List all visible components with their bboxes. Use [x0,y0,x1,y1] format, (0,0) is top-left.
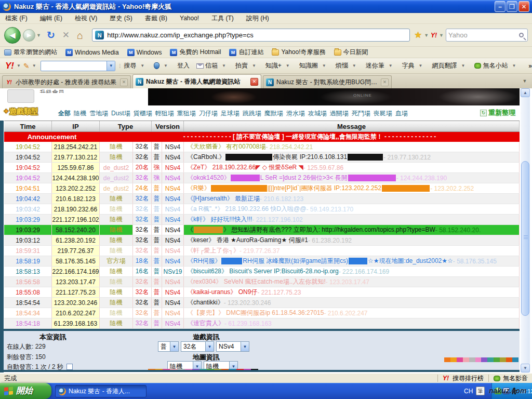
category-link[interactable]: 滑水場 [286,110,305,117]
palette-color[interactable] [512,357,518,362]
bookmark-item[interactable]: MWindows Media [65,49,119,56]
bookmark-item[interactable]: M免費的 Hotmail [170,48,221,57]
yahoo-toolbar-item[interactable]: 登入 [177,61,190,70]
bookmark-item[interactable]: 最常瀏覽的網站 [4,48,57,57]
category-link[interactable]: 死鬥場 [352,110,370,117]
browser-tab[interactable]: NNakuz 樂古 - 香港人氣網遊資訊站✕ [132,74,261,88]
scroll-down-button[interactable]: ▼ [521,364,530,373]
start-button[interactable]: 開始 [0,383,51,399]
minimize-button[interactable]: – [495,1,506,12]
palette-color[interactable] [444,357,450,362]
yahoo-toolbar-item[interactable]: 拍賣▼ [235,61,259,70]
bookmark-star-icon[interactable]: ★ [414,30,422,41]
menu-item[interactable]: 工具 (T) [211,14,234,23]
pencil-icon[interactable]: ✎ [23,62,30,70]
menu-item[interactable]: 檔案 (F) [5,14,28,23]
select-arrow-icon[interactable]: ▼ [241,342,249,351]
yahoo-rank-icon[interactable]: Y! [443,375,449,382]
mode-select[interactable]: 普▼ [158,341,179,352]
menu-item[interactable]: 檢視 (V) [75,14,97,23]
scroll-up-button[interactable]: ▲ [521,88,530,97]
category-link[interactable]: 魔獸場 [264,110,283,117]
refresh-button[interactable]: ↻ 重新整理 [480,108,515,117]
palette-color[interactable] [481,357,487,362]
category-link[interactable]: 貨櫃場 [134,110,152,117]
category-link[interactable]: 刀仔場 [199,110,218,117]
palette-color[interactable] [494,357,500,362]
dropdown-arrow-icon[interactable]: ▼ [461,63,465,68]
yahoo-toolbar-item[interactable]: 字典▼ [402,61,425,70]
ime-icon[interactable]: 筆 [476,387,485,395]
bookmark-item[interactable]: Yahoo!奇摩服務 [272,48,325,57]
bookmark-item[interactable]: 今日新聞 [334,48,368,57]
category-link[interactable]: 雪地場 [89,110,108,117]
dropdown-arrow-icon[interactable]: ▼ [140,63,144,68]
category-link[interactable]: 跳跳場 [243,110,261,117]
menu-item[interactable]: 說明 (H) [246,14,269,23]
tab-close-icon[interactable]: ✕ [250,78,258,86]
yahoo-toolbar-item[interactable]: 網頁翻譯▼ [432,61,468,70]
color-palette-strip-right[interactable] [444,357,518,362]
reload-button[interactable]: ↻ [47,30,55,40]
url-text[interactable]: http://www.nakuz.com/ip_exchange.php?typ… [107,31,253,39]
yahoo-toolbar-item[interactable]: ▼ [154,62,170,69]
count-select[interactable]: 32名▼ [181,341,214,352]
yahoo-toolbar-item[interactable]: 信箱▼ [196,61,229,70]
category-link[interactable]: Dust場 [111,110,130,117]
yahoo-toolbar-item[interactable]: 無名小站▼ [474,61,518,70]
dropdown-arrow-icon[interactable]: ▼ [322,63,326,68]
yahoo-toolbar-item[interactable]: 迷你筆▼ [366,61,395,70]
category-link[interactable]: 攻城場 [308,110,327,117]
toolbar-overflow-chevron[interactable]: » [528,62,532,70]
back-button[interactable]: ◀ [4,27,21,44]
wretch-label[interactable]: 無名影音 [503,374,528,383]
category-link[interactable]: 輕狙場 [155,110,174,117]
category-link[interactable]: 過關場 [330,110,349,117]
tab-close-icon[interactable]: ✕ [381,78,389,86]
dropdown-arrow-icon[interactable]: ▼ [419,63,423,68]
banner-image[interactable]: ONLINE [148,88,520,105]
scrollbar-thumb[interactable] [521,161,529,316]
dropdown-arrow-icon[interactable]: ▼ [222,63,226,68]
browser-tab[interactable]: NNakuz 樂古 - 對戰系統使用BUG問…✕ [263,75,392,88]
dropdown-arrow-icon[interactable]: ▼ [352,63,356,68]
dropdown-arrow-icon[interactable]: ▼ [252,63,256,68]
pencil-dropdown[interactable]: ▼ [32,63,36,68]
url-field[interactable]: N http://www.nakuz.com/ip_exchange.php?t… [92,29,410,42]
palette-color[interactable] [506,357,512,362]
bookmark-item[interactable]: M自訂連結 [229,48,263,57]
forward-button[interactable]: ▶ [23,29,35,42]
bookmark-item[interactable]: MWindows [127,49,162,56]
category-link[interactable]: 足球場 [221,110,240,117]
yahoo-toolbar-search-input[interactable]: ▼ [41,61,116,71]
category-link[interactable]: 隨機 [74,110,86,117]
wretch-icon[interactable] [494,376,500,381]
history-dropdown-icon[interactable]: ▼ [36,33,41,38]
yahoo-logo[interactable]: Y! [5,61,14,71]
yahoo-logo-dropdown[interactable]: ▼ [17,63,21,68]
yahoo-rank-label[interactable]: 搜尋排行榜 [453,374,484,383]
menu-item[interactable]: 編輯 (E) [40,14,62,23]
category-link[interactable]: 全部 [58,110,71,117]
stop-button[interactable]: ✕ [62,31,70,39]
menu-item[interactable]: Yahoo! [180,15,199,22]
dropdown-arrow-icon[interactable]: ▼ [389,63,393,68]
maximize-button[interactable]: ❐ [507,1,517,12]
dropdown-arrow-icon[interactable]: ▼ [164,63,168,68]
search-box[interactable]: Yahoo [446,29,528,42]
yahoo-toolbar-item[interactable]: 知識+▼ [265,61,292,70]
yahoo-toolbar-item[interactable]: 煩惱▼ [336,61,359,70]
palette-color[interactable] [457,357,463,362]
yahoo-search-logo[interactable]: Y! [431,32,437,39]
yahoo-toolbar-item[interactable]: 知識團▼ [299,61,329,70]
palette-color[interactable] [469,357,475,362]
home-button[interactable]: ⌂ [77,30,83,41]
search-input-dropdown[interactable]: ▼ [107,61,115,71]
language-indicator[interactable]: CH 筆 [464,383,485,399]
taskbar-window-button[interactable]: Nakuz 樂古 - 香港人... [55,385,147,397]
auto-message-checkbox[interactable] [66,364,73,370]
palette-color[interactable] [500,357,506,362]
category-link[interactable]: 喪屍場 [374,110,392,117]
menu-item[interactable]: 書籤 (B) [145,14,167,23]
select-arrow-icon[interactable]: ▼ [205,342,214,351]
